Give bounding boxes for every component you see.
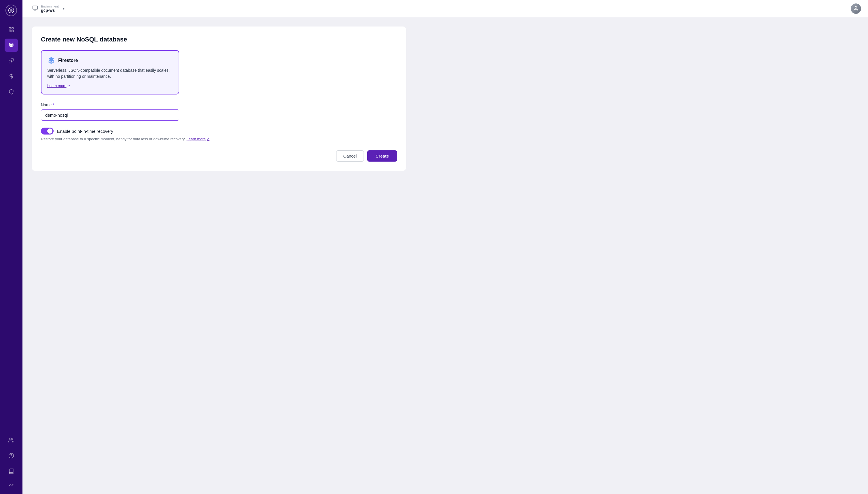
environment-selector[interactable]: Environment gcp-ws ▾ [30, 3, 68, 14]
sidebar-item-security[interactable] [5, 85, 18, 98]
form-actions: Cancel Create [41, 150, 397, 162]
svg-point-14 [855, 6, 857, 8]
svg-point-1 [10, 9, 13, 12]
sidebar-item-team[interactable] [5, 434, 18, 447]
firestore-learn-more-link[interactable]: Learn more ↗ [47, 83, 70, 88]
monitor-icon [32, 5, 38, 12]
sidebar-item-database[interactable] [5, 39, 18, 52]
topbar: Environment gcp-ws ▾ [22, 0, 868, 17]
external-link-icon: ↗ [68, 84, 70, 88]
firestore-icon [47, 56, 55, 64]
recovery-learn-more-link[interactable]: Learn more ↗ [187, 137, 209, 141]
svg-point-6 [9, 43, 13, 45]
option-description: Serverless, JSON-compatible document dat… [47, 68, 173, 79]
sidebar-item-help[interactable] [5, 449, 18, 462]
sidebar: >> [0, 0, 22, 494]
environment-info: Environment gcp-ws [41, 5, 59, 13]
toggle-label: Enable point-in-time recovery [57, 129, 113, 134]
avatar-image [851, 3, 861, 14]
app-logo[interactable] [5, 5, 17, 16]
option-title: Firestore [58, 58, 78, 63]
expand-sidebar-button[interactable]: >> [7, 480, 16, 489]
learn-more-label: Learn more [47, 83, 66, 88]
svg-rect-11 [33, 6, 38, 9]
content-area: Create new NoSQL database Firestore Serv… [22, 17, 868, 494]
page-title: Create new NoSQL database [41, 36, 397, 43]
name-input[interactable] [41, 110, 179, 121]
svg-rect-2 [9, 28, 11, 30]
create-button[interactable]: Create [367, 150, 397, 162]
toggle-description: Restore your database to a specific mome… [41, 137, 397, 141]
sidebar-bottom: >> [5, 434, 18, 489]
environment-name: gcp-ws [41, 8, 59, 13]
svg-point-8 [10, 438, 12, 440]
toggle-row: Enable point-in-time recovery [41, 128, 397, 134]
chevron-down-icon: ▾ [63, 7, 64, 11]
svg-rect-5 [12, 30, 14, 32]
firestore-option-card[interactable]: Firestore Serverless, JSON-compatible do… [41, 50, 179, 94]
user-avatar[interactable] [851, 3, 861, 14]
form-card: Create new NoSQL database Firestore Serv… [32, 26, 406, 171]
sidebar-item-grid[interactable] [5, 23, 18, 36]
recovery-external-link-icon: ↗ [207, 137, 209, 141]
cancel-button[interactable]: Cancel [336, 150, 364, 162]
recovery-learn-more-label: Learn more [187, 137, 206, 141]
toggle-thumb [47, 129, 53, 134]
point-in-time-toggle[interactable] [41, 128, 54, 134]
sidebar-nav [5, 23, 18, 434]
sidebar-item-billing[interactable] [5, 70, 18, 83]
name-field-label: Name * [41, 102, 397, 107]
main-area: Environment gcp-ws ▾ Create new NoSQL da… [22, 0, 868, 494]
sidebar-item-docs[interactable] [5, 464, 18, 478]
option-card-header: Firestore [47, 56, 173, 64]
sidebar-item-links[interactable] [5, 54, 18, 68]
toggle-track [41, 128, 54, 134]
svg-rect-3 [12, 28, 14, 30]
environment-label: Environment [41, 5, 59, 8]
svg-rect-4 [9, 30, 11, 32]
